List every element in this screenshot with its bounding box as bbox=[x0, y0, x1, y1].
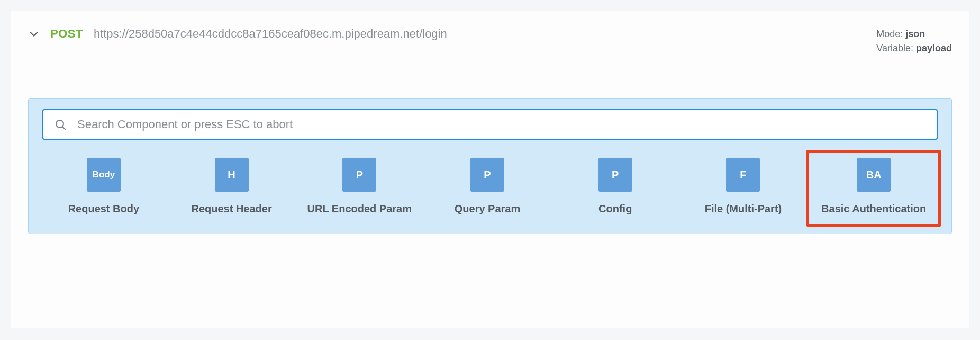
chevron-down-icon[interactable] bbox=[28, 28, 40, 40]
component-label: Request Header bbox=[191, 201, 271, 217]
main-panel: POST https://258d50a7c4e44cddcc8a7165cea… bbox=[11, 11, 969, 328]
component-file-multipart[interactable]: F File (Multi-Part) bbox=[682, 155, 805, 220]
component-badge: P bbox=[470, 158, 504, 192]
component-basic-authentication[interactable]: BA Basic Authentication bbox=[806, 150, 941, 227]
component-url-encoded-param[interactable]: P URL Encoded Param bbox=[298, 155, 421, 220]
component-query-param[interactable]: P Query Param bbox=[426, 155, 549, 220]
component-label: Basic Authentication bbox=[821, 201, 926, 217]
component-label: File (Multi-Part) bbox=[705, 201, 782, 217]
component-badge: F bbox=[726, 158, 760, 192]
variable-value: payload bbox=[916, 43, 952, 53]
mode-label: Mode: bbox=[876, 29, 905, 39]
header-row: POST https://258d50a7c4e44cddcc8a7165cea… bbox=[28, 27, 952, 56]
component-request-header[interactable]: H Request Header bbox=[170, 155, 293, 220]
search-icon bbox=[54, 118, 67, 131]
header-meta: Mode: json Variable: payload bbox=[876, 27, 952, 56]
component-grid: Body Request Body H Request Header P URL… bbox=[42, 155, 938, 220]
svg-line-1 bbox=[62, 127, 65, 129]
component-badge: Body bbox=[87, 158, 121, 192]
component-config[interactable]: P Config bbox=[554, 155, 677, 220]
component-badge: H bbox=[215, 158, 249, 192]
component-label: Config bbox=[598, 201, 632, 217]
component-label: URL Encoded Param bbox=[307, 201, 412, 217]
component-label: Request Body bbox=[68, 201, 139, 217]
http-method: POST bbox=[50, 27, 83, 41]
mode-value: json bbox=[905, 29, 925, 39]
component-panel: Body Request Body H Request Header P URL… bbox=[28, 98, 952, 234]
header-left: POST https://258d50a7c4e44cddcc8a7165cea… bbox=[28, 27, 447, 41]
component-request-body[interactable]: Body Request Body bbox=[42, 155, 165, 220]
search-box[interactable] bbox=[42, 109, 938, 140]
component-badge: P bbox=[598, 158, 632, 192]
variable-label: Variable: bbox=[876, 43, 916, 53]
component-label: Query Param bbox=[455, 201, 521, 217]
component-badge: BA bbox=[857, 158, 891, 192]
search-input[interactable] bbox=[77, 118, 926, 131]
request-url: https://258d50a7c4e44cddcc8a7165ceaf08ec… bbox=[94, 27, 447, 41]
component-badge: P bbox=[342, 158, 376, 192]
